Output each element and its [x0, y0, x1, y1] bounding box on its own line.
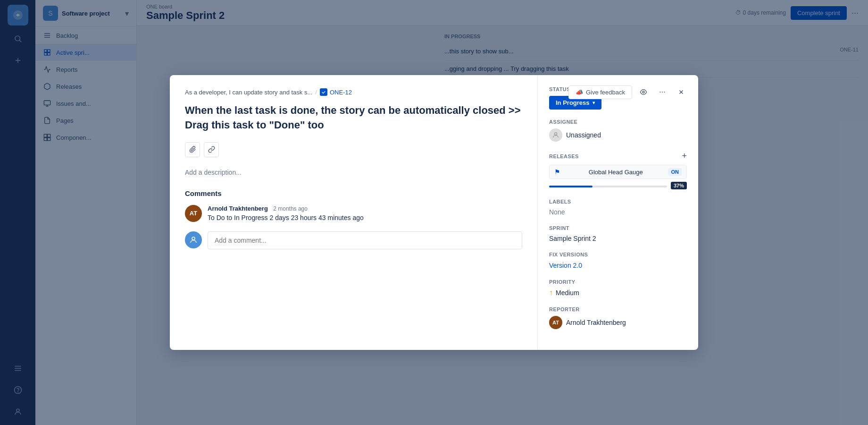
assignee-name: Unassigned: [566, 131, 601, 139]
fix-version-link[interactable]: Version 2.0: [549, 262, 582, 269]
modal-left-panel: As a developer, I can update story and t…: [170, 75, 538, 350]
release-status-badge: ON: [668, 168, 682, 176]
labels-value: None: [549, 208, 687, 216]
assignee-label: Assignee: [549, 119, 687, 125]
issue-type-icon: [320, 88, 327, 96]
svg-point-26: [554, 133, 557, 135]
fix-versions-label: Fix versions: [549, 252, 687, 257]
priority-icon: ↑: [549, 289, 553, 297]
progress-bar-fill: [549, 186, 593, 187]
comments-heading: Comments: [185, 189, 522, 197]
modal-right-panel: Status In Progress ▾ Assignee Unassigned: [538, 75, 698, 350]
current-user-avatar: [185, 231, 202, 248]
priority-value: Medium: [556, 289, 579, 297]
comment-time-0: 2 months ago: [273, 205, 308, 212]
breadcrumb-issue-id[interactable]: ONE-12: [320, 88, 352, 96]
feedback-icon: 📣: [576, 89, 583, 96]
progress-badge: 37%: [671, 182, 687, 189]
priority-section: Priority ↑ Medium: [549, 279, 687, 297]
reporter-section: Reporter AT Arnold Trakhtenberg: [549, 306, 687, 329]
editor-toolbar: [185, 142, 522, 157]
svg-point-25: [192, 237, 195, 240]
comment-avatar-0: AT: [185, 205, 202, 222]
reporter-row: AT Arnold Trakhtenberg: [549, 316, 687, 329]
assignee-section: Assignee Unassigned: [549, 119, 687, 142]
priority-row[interactable]: ↑ Medium: [549, 289, 687, 297]
releases-section: Releases + ⚑ Global Head Gauge ON 37%: [549, 151, 687, 189]
add-comment-row: [185, 231, 522, 249]
add-release-button[interactable]: +: [682, 151, 687, 161]
reporter-name: Arnold Trakhtenberg: [566, 319, 626, 326]
sprint-label: Sprint: [549, 225, 687, 231]
labels-label: Labels: [549, 199, 687, 204]
svg-point-27: [643, 91, 644, 93]
assignee-avatar: [549, 128, 562, 142]
assignee-row[interactable]: Unassigned: [549, 128, 687, 142]
modal-overlay[interactable]: As a developer, I can update story and t…: [0, 0, 868, 425]
priority-label: Priority: [549, 279, 687, 285]
breadcrumb: As a developer, I can update story and t…: [185, 88, 522, 96]
watch-button[interactable]: [636, 85, 651, 100]
release-progress-row: 37%: [549, 182, 687, 189]
sprint-section: Sprint Sample Sprint 2: [549, 225, 687, 242]
labels-section: Labels None: [549, 199, 687, 216]
comment-input-field[interactable]: [208, 231, 522, 249]
release-item-0[interactable]: ⚑ Global Head Gauge ON: [549, 165, 687, 179]
description-field[interactable]: Add a description...: [185, 167, 522, 178]
comment-item-0: AT Arnold Trakhtenberg 2 months ago To D…: [185, 205, 522, 222]
attach-button[interactable]: [185, 142, 200, 157]
issue-title: When the last task is done, the story ca…: [185, 103, 522, 133]
status-value: In Progress: [556, 99, 590, 106]
close-modal-button[interactable]: [674, 85, 689, 100]
reporter-avatar: AT: [549, 316, 562, 329]
releases-label: Releases: [549, 153, 579, 159]
modal-header-actions: 📣 Give feedback ···: [568, 85, 689, 100]
reporter-label: Reporter: [549, 306, 687, 312]
status-chevron-icon: ▾: [593, 100, 595, 105]
sprint-value: Sample Sprint 2: [549, 235, 687, 242]
comment-content-0: Arnold Trakhtenberg 2 months ago To Do t…: [208, 205, 522, 222]
comment-author-0: Arnold Trakhtenberg: [208, 205, 268, 212]
comment-meta-0: Arnold Trakhtenberg 2 months ago: [208, 205, 522, 212]
comment-text-0: To Do to In Progress 2 days 23 hours 43 …: [208, 214, 522, 221]
issue-modal: As a developer, I can update story and t…: [170, 75, 698, 350]
feedback-button[interactable]: 📣 Give feedback: [568, 85, 632, 99]
release-flag-icon: ⚑: [554, 168, 560, 176]
breadcrumb-parent[interactable]: As a developer, I can update story and t…: [185, 89, 312, 96]
release-name-0: Global Head Gauge: [589, 169, 643, 176]
more-options-modal-button[interactable]: ···: [655, 85, 670, 100]
feedback-label: Give feedback: [586, 89, 625, 96]
breadcrumb-separator: /: [315, 89, 317, 96]
progress-bar: [549, 184, 667, 187]
fix-versions-section: Fix versions Version 2.0: [549, 252, 687, 270]
link-button[interactable]: [204, 142, 219, 157]
